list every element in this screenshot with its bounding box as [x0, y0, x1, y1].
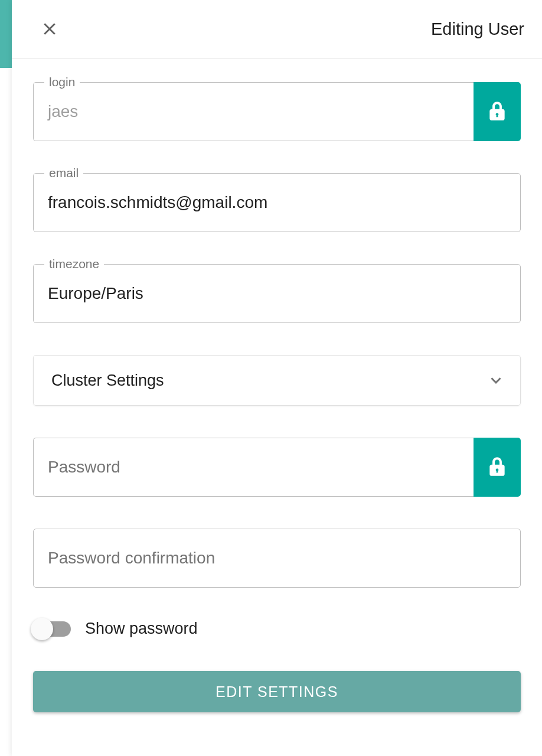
password-input[interactable]	[48, 458, 459, 477]
timezone-field-wrap: timezone	[33, 264, 521, 323]
login-lock-button[interactable]	[474, 82, 521, 141]
edit-user-panel: Editing User login jaes email	[12, 0, 542, 756]
switch-thumb	[31, 618, 53, 640]
email-field-wrap: email	[33, 173, 521, 232]
password-confirm-input[interactable]	[48, 549, 506, 568]
show-password-label: Show password	[85, 620, 198, 638]
login-label: login	[44, 76, 80, 88]
show-password-toggle[interactable]	[33, 621, 71, 637]
show-password-row: Show password	[33, 620, 521, 638]
timezone-field[interactable]: timezone	[33, 264, 521, 323]
cluster-settings-accordion[interactable]: Cluster Settings	[33, 355, 521, 406]
close-button[interactable]	[38, 18, 61, 40]
edit-user-form: login jaes email timezone	[12, 58, 542, 724]
password-confirm-field-wrap	[33, 529, 521, 588]
timezone-input[interactable]	[48, 284, 506, 303]
panel-title: Editing User	[431, 19, 524, 39]
cluster-settings-label: Cluster Settings	[51, 372, 164, 390]
password-field[interactable]	[33, 438, 474, 497]
login-value: jaes	[48, 102, 459, 121]
left-accent-bar	[0, 0, 12, 68]
password-field-wrap	[33, 438, 521, 497]
email-field[interactable]: email	[33, 173, 521, 232]
login-field[interactable]: login jaes	[33, 82, 474, 141]
email-label: email	[44, 167, 83, 179]
password-confirm-field[interactable]	[33, 529, 521, 588]
close-icon	[41, 20, 58, 38]
timezone-label: timezone	[44, 258, 104, 270]
panel-header: Editing User	[12, 0, 542, 58]
lock-icon	[486, 100, 508, 124]
lock-icon	[486, 455, 508, 480]
edit-settings-button[interactable]: EDIT SETTINGS	[33, 671, 521, 712]
chevron-down-icon	[487, 372, 505, 389]
login-field-wrap: login jaes	[33, 82, 521, 141]
password-lock-button[interactable]	[474, 438, 521, 497]
email-input[interactable]	[48, 193, 506, 212]
